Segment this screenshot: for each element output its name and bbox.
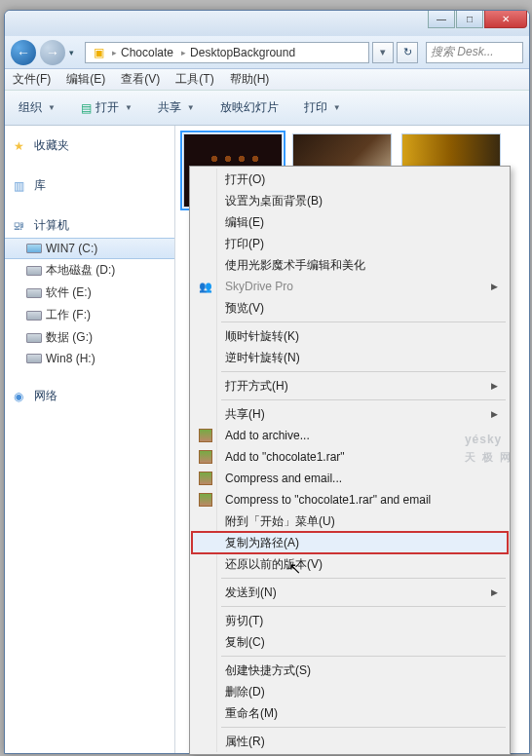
sidebar-drive[interactable]: 本地磁盘 (D:) — [5, 259, 174, 282]
slideshow-button[interactable]: 放映幻灯片 — [214, 95, 285, 120]
context-menu-item-label: 创建快捷方式(S) — [225, 662, 311, 679]
context-menu-item-label: 共享(H) — [225, 406, 265, 423]
context-menu-item[interactable]: 顺时针旋转(K) — [192, 325, 508, 347]
context-menu-item[interactable]: 逆时针旋转(N) — [192, 347, 508, 368]
context-menu-item[interactable]: 打开(O) — [192, 169, 508, 190]
context-menu-item[interactable]: Compress and email... — [192, 468, 508, 489]
sidebar-drive[interactable]: 工作 (F:) — [5, 304, 174, 326]
menu-file[interactable]: 文件(F) — [13, 71, 51, 88]
sidebar-drive[interactable]: WIN7 (C:) — [5, 238, 174, 259]
organize-button[interactable]: 组织▼ — [13, 95, 61, 120]
drive-label: 软件 (E:) — [46, 284, 92, 301]
crumb-sep-icon: ▸ — [181, 48, 186, 57]
sidebar-computer[interactable]: 🖳计算机 — [5, 215, 174, 238]
context-menu-item-label: 打开方式(H) — [225, 378, 288, 395]
drive-label: 数据 (G:) — [46, 329, 93, 346]
context-menu-item-label: Add to "chocolate1.rar" — [225, 450, 345, 464]
titlebar: — □ ✕ — [5, 11, 529, 36]
context-menu-item-label: 设置为桌面背景(B) — [225, 193, 323, 209]
context-menu-item[interactable]: 删除(D) — [192, 681, 508, 702]
menu-view[interactable]: 查看(V) — [121, 71, 160, 88]
chevron-down-icon: ▼ — [333, 103, 341, 112]
print-button[interactable]: 打印▼ — [298, 95, 347, 120]
sidebar-drive[interactable]: 数据 (G:) — [5, 326, 174, 349]
context-menu-separator — [221, 578, 506, 579]
sidebar-network[interactable]: ◉网络 — [5, 386, 174, 408]
context-menu-item-label: Compress to "chocolate1.rar" and email — [225, 493, 431, 507]
context-menu-item[interactable]: Compress to "chocolate1.rar" and email — [192, 489, 508, 510]
context-menu-item[interactable]: 重命名(M) — [192, 702, 508, 724]
context-menu-item[interactable]: 附到「开始」菜单(U) — [192, 510, 508, 532]
context-menu-separator — [221, 321, 506, 322]
rar-icon — [198, 492, 213, 508]
context-menu-item[interactable]: 创建快捷方式(S) — [192, 660, 508, 681]
open-button[interactable]: ▤打开▼ — [75, 95, 138, 120]
context-menu-item[interactable]: 共享(H)▶ — [192, 403, 508, 425]
context-menu-item[interactable]: 复制为路径(A) — [192, 532, 508, 553]
context-menu-item-label: 预览(V) — [225, 300, 264, 317]
sidebar-libraries[interactable]: ▥库 — [5, 175, 174, 198]
context-menu-item[interactable]: 预览(V) — [192, 297, 508, 319]
search-input[interactable]: 搜索 Desk... — [426, 42, 523, 63]
menu-help[interactable]: 帮助(H) — [230, 71, 270, 88]
context-menu-item-label: 复制为路径(A) — [225, 535, 299, 551]
minimize-button[interactable]: — — [428, 11, 455, 28]
drive-icon — [26, 353, 42, 364]
context-menu-item-label: 属性(R) — [225, 734, 265, 750]
chevron-down-icon: ▼ — [125, 103, 133, 112]
sidebar-favorites[interactable]: ★收藏夹 — [5, 135, 174, 158]
nav-bar: ← → ▾ ▣ ▸Chocolate ▸DesktopBackground ▾ … — [5, 36, 529, 69]
context-menu-item[interactable]: 复制(C) — [192, 631, 508, 653]
sidebar-drive[interactable]: 软件 (E:) — [5, 282, 174, 304]
computer-icon: 🖳 — [11, 218, 26, 234]
crumb-sep-icon: ▸ — [112, 48, 117, 57]
context-menu-item-label: 复制(C) — [225, 634, 265, 651]
forward-button[interactable]: → — [40, 40, 65, 65]
context-menu-item-label: 打开(O) — [225, 171, 265, 188]
drive-label: WIN7 (C:) — [46, 242, 97, 255]
context-menu-separator — [221, 371, 506, 372]
menu-edit[interactable]: 编辑(E) — [66, 71, 105, 88]
context-menu-item[interactable]: 剪切(T) — [192, 610, 508, 631]
context-menu-item[interactable]: 属性(R) — [192, 731, 508, 752]
drive-label: 工作 (F:) — [46, 307, 91, 323]
drive-icon — [26, 310, 42, 321]
close-button[interactable]: ✕ — [484, 11, 527, 28]
sidebar-drive[interactable]: Win8 (H:) — [5, 349, 174, 368]
star-icon: ★ — [11, 138, 26, 154]
context-menu-item-label: 使用光影魔术手编辑和美化 — [225, 257, 365, 274]
context-menu-item[interactable]: Add to archive... — [192, 425, 508, 446]
context-menu-item[interactable]: 编辑(E) — [192, 211, 508, 233]
context-menu-item[interactable]: 使用光影魔术手编辑和美化 — [192, 254, 508, 276]
address-dropdown[interactable]: ▾ — [372, 42, 394, 63]
context-menu-item-label: 重命名(M) — [225, 705, 278, 722]
context-menu-item-label: 打印(P) — [225, 236, 264, 252]
drive-icon — [26, 265, 42, 277]
back-button[interactable]: ← — [11, 40, 36, 65]
context-menu-item[interactable]: 发送到(N)▶ — [192, 582, 508, 603]
context-menu-item-label: 剪切(T) — [225, 613, 263, 629]
refresh-button[interactable]: ↻ — [397, 42, 418, 63]
history-dropdown[interactable]: ▾ — [69, 48, 81, 57]
context-menu-item[interactable]: 还原以前的版本(V) — [192, 553, 508, 575]
context-menu-item[interactable]: 设置为桌面背景(B) — [192, 190, 508, 211]
address-bar[interactable]: ▣ ▸Chocolate ▸DesktopBackground — [85, 42, 369, 63]
breadcrumb-2[interactable]: DesktopBackground — [190, 46, 295, 59]
open-icon: ▤ — [81, 101, 92, 115]
share-button[interactable]: 共享▼ — [152, 95, 201, 120]
submenu-arrow-icon: ▶ — [491, 282, 498, 291]
context-menu-separator — [221, 606, 506, 607]
submenu-arrow-icon: ▶ — [491, 381, 498, 391]
breadcrumb-1[interactable]: Chocolate — [121, 46, 173, 59]
menu-tools[interactable]: 工具(T) — [175, 71, 213, 88]
context-menu-separator — [221, 656, 506, 657]
context-menu-item-label: Add to archive... — [225, 429, 310, 442]
context-menu-item[interactable]: 打印(P) — [192, 233, 508, 254]
breadcrumb-root[interactable]: ▣ — [90, 46, 108, 59]
context-menu-item: 👥SkyDrive Pro▶ — [192, 276, 508, 297]
context-menu-item[interactable]: 打开方式(H)▶ — [192, 375, 508, 397]
context-menu-item[interactable]: Add to "chocolate1.rar" — [192, 446, 508, 468]
maximize-button[interactable]: □ — [456, 11, 483, 28]
chevron-down-icon: ▼ — [48, 103, 56, 112]
drive-icon — [26, 332, 42, 344]
